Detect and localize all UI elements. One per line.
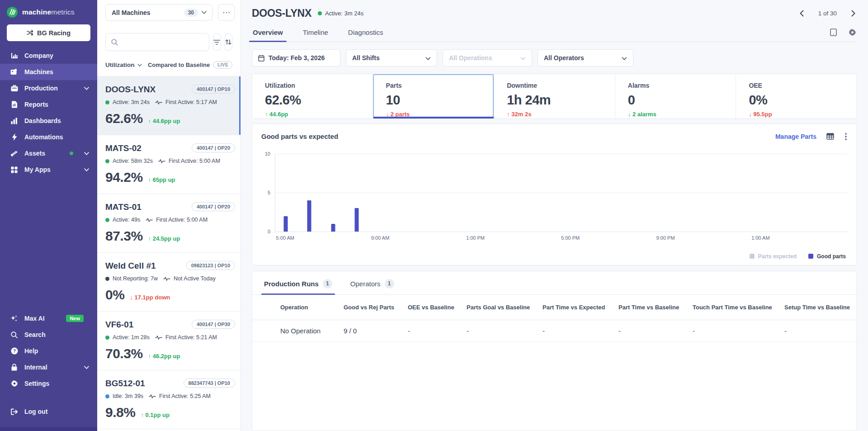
machine-op-badge: 400147 | OP20	[192, 143, 235, 152]
machine-card-mats-02[interactable]: MATS-02 400147 | OP20 Active: 58m 32s Fi…	[97, 135, 241, 194]
sidebar-item-max-ai[interactable]: Max AI New	[0, 310, 97, 327]
machine-search-input[interactable]	[122, 38, 203, 46]
gridline	[275, 154, 848, 154]
pagination-label: 1 of 30	[818, 10, 837, 17]
manage-parts-link[interactable]: Manage Parts	[775, 133, 816, 140]
sidebar-item-search[interactable]: Search	[0, 327, 97, 343]
sidebar-item-my-apps[interactable]: My Apps	[0, 161, 97, 178]
sidebar: machinemetrics BG Racing Company Machine…	[0, 0, 97, 431]
kpi-label: Parts	[386, 82, 494, 89]
search-icon	[111, 39, 118, 46]
chevron-down-icon	[84, 152, 89, 155]
utilization-delta: ↑ 65pp up	[148, 176, 175, 183]
cell-setup-time: -	[784, 327, 857, 335]
table-view-button[interactable]	[826, 132, 835, 141]
machine-search[interactable]	[105, 33, 209, 51]
kpi-alarms[interactable]: Alarms 0 ↓ 2 alarms	[615, 74, 736, 118]
col-parts-goal: Parts Goal vs Baseline	[467, 304, 542, 311]
machine-card-mats-01[interactable]: MATS-01 400147 | OP20 Active: 49s First …	[97, 194, 241, 253]
cell-operation: No Operation	[280, 327, 344, 335]
sidebar-item-company[interactable]: Company	[0, 47, 97, 64]
tab-timeline[interactable]: Timeline	[302, 24, 329, 42]
kpi-downtime[interactable]: Downtime 1h 24m ↑ 32m 2s	[494, 74, 615, 118]
org-switcher-button[interactable]: BG Racing	[7, 24, 90, 41]
good-parts-chart-card: Good parts vs expected Manage Parts 10 5…	[252, 123, 857, 265]
machine-card-bg512-01[interactable]: BG512-01 882347743 | OP10 Idle: 3m 39s F…	[97, 370, 241, 429]
operators-select[interactable]: All Operators	[538, 49, 633, 66]
tab-diagnostics[interactable]: Diagnostics	[347, 24, 384, 42]
kpi-oee[interactable]: OEE 0% ↓ 95.5pp	[736, 74, 857, 118]
tab-operators[interactable]: Operators 1	[349, 271, 395, 294]
logout-button[interactable]: Log out	[0, 403, 97, 420]
kpi-label: Downtime	[507, 82, 615, 89]
chevron-down-icon	[520, 54, 526, 62]
chevron-down-icon	[84, 366, 89, 369]
date-picker[interactable]: Today: Feb 3, 2026	[252, 49, 340, 66]
filter-icon	[213, 39, 220, 45]
main-panel: DOOS-LYNX Active: 3m 24s 1 of 30 Overvie…	[241, 0, 868, 431]
sort-arrows-icon	[225, 39, 231, 45]
legend-good-parts[interactable]: Good parts	[808, 253, 846, 260]
sidebar-item-help[interactable]: ? Help	[0, 343, 97, 359]
kpi-summary-row: Utilization 62.6% ↑ 44.6pp Parts 10 ↓ 2 …	[252, 74, 857, 119]
machine-card-weld-cell-1[interactable]: Weld Cell #1 09823123 | OP10 Not Reporti…	[97, 253, 241, 312]
sidebar-item-settings[interactable]: Settings	[0, 375, 97, 392]
kpi-parts[interactable]: Parts 10 ↓ 2 parts	[373, 74, 494, 118]
next-machine-button[interactable]	[849, 8, 857, 19]
kpi-utilization[interactable]: Utilization 62.6% ↑ 44.6pp	[252, 74, 373, 118]
machine-card-vf6-01[interactable]: VF6-01 400147 | OP30 Active: 1m 28s Firs…	[97, 312, 241, 370]
machines-icon	[10, 68, 18, 76]
good-parts-bar	[331, 224, 335, 232]
tablet-view-button[interactable]	[829, 28, 838, 37]
sidebar-item-assets[interactable]: Assets	[0, 145, 97, 161]
lightning-icon	[10, 133, 18, 141]
chevron-down-icon	[202, 11, 207, 14]
col-part-time-baseline: Part Time vs Baseline	[618, 304, 693, 311]
status-dot	[105, 277, 109, 281]
production-icon	[10, 85, 18, 92]
machine-group-select[interactable]: All Machines 30	[105, 4, 212, 21]
sidebar-item-automations[interactable]: Automations	[0, 129, 97, 145]
legend-swatch	[750, 254, 755, 259]
machine-name: DOOS-LYNX	[105, 85, 156, 95]
machine-op-badge: 400147 | OP20	[192, 202, 235, 211]
machine-settings-button[interactable]	[848, 28, 857, 37]
svg-text:?: ?	[13, 349, 15, 354]
shifts-select[interactable]: All Shifts	[346, 49, 437, 66]
sidebar-item-dashboards[interactable]: Dashboards	[0, 113, 97, 129]
prev-machine-button[interactable]	[798, 8, 806, 19]
filter-button[interactable]	[213, 33, 221, 51]
col-oee-vs-baseline: OEE vs Baseline	[408, 304, 467, 311]
kpi-label: OEE	[749, 82, 857, 89]
status-text: Active: 1m 28s	[113, 334, 150, 341]
utilization-delta: ↓ 17.1pp down	[130, 294, 170, 301]
calendar-icon	[258, 55, 264, 62]
legend-parts-expected[interactable]: Parts expected	[750, 253, 797, 260]
kebab-menu-button[interactable]	[844, 132, 848, 141]
sort-by-dropdown[interactable]: Utilization	[105, 62, 142, 68]
sidebar-item-label: Settings	[24, 380, 49, 387]
kpi-label: Utilization	[265, 82, 373, 89]
kpi-label: Alarms	[628, 82, 736, 89]
sort-button[interactable]	[225, 33, 233, 51]
sidebar-item-production[interactable]: Production	[0, 80, 97, 96]
reports-icon	[10, 101, 18, 109]
tab-production-runs[interactable]: Production Runs 1	[263, 271, 333, 294]
more-options-button[interactable]: ⋯	[218, 4, 235, 21]
table-row[interactable]: No Operation 9 / 0 - - - - - -	[252, 320, 857, 342]
kebab-icon	[845, 133, 847, 140]
utilization-delta: ↑ 0.1pp up	[141, 412, 170, 418]
logout-icon	[10, 408, 18, 416]
sidebar-item-internal[interactable]: Internal	[0, 359, 97, 375]
sidebar-item-machines[interactable]: Machines	[0, 64, 97, 80]
sidebar-item-reports[interactable]: Reports	[0, 96, 97, 113]
status-text: Active: 49s	[113, 217, 140, 223]
gear-icon	[10, 380, 18, 388]
chevron-down-icon	[622, 54, 627, 62]
machine-card-doos-lynx[interactable]: DOOS-LYNX 400147 | OP10 Active: 3m 24s F…	[97, 76, 241, 135]
status-dot	[105, 394, 109, 398]
logout-label: Log out	[24, 408, 47, 415]
chevron-down-icon	[84, 87, 89, 90]
tab-overview[interactable]: Overview	[252, 24, 284, 42]
cell-oee: -	[408, 327, 467, 335]
